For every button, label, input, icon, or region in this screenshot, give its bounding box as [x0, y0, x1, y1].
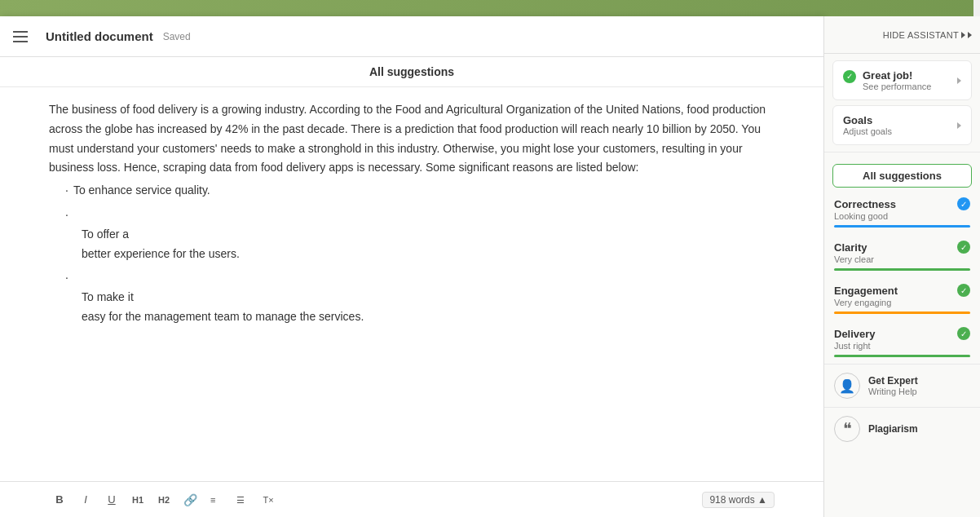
menu-icon[interactable] [13, 25, 36, 48]
suggestion-correctness-top: Correctness [834, 197, 970, 210]
panel-header: HIDE ASSISTANT [824, 16, 980, 54]
engagement-name: Engagement [834, 285, 898, 297]
expert-help-item[interactable]: 👤 Get Expert Writing Help [824, 364, 980, 407]
engagement-status: Very engaging [834, 298, 970, 307]
unordered-list-button[interactable]: ☰ [232, 489, 253, 510]
hide-assistant-label: HIDE ASSISTANT [883, 30, 959, 40]
suggestion-clarity[interactable]: Clarity Very clear [824, 234, 980, 277]
correctness-check-icon [957, 197, 970, 210]
underline-button[interactable]: U [101, 489, 122, 510]
great-job-check-icon [843, 70, 856, 83]
saved-label: Saved [163, 31, 191, 42]
delivery-status: Just right [834, 341, 970, 351]
doc-title[interactable]: Untitled document [46, 29, 153, 43]
delivery-progress [834, 355, 970, 357]
expert-help-icon: 👤 [834, 373, 860, 399]
ordered-list-button[interactable]: ≡ [205, 489, 227, 510]
plagiarism-icon-glyph: ❝ [843, 419, 852, 439]
great-job-card-left: Great job! See performance [843, 69, 931, 91]
engagement-progress [834, 312, 970, 314]
bullet-item-2: · [65, 205, 775, 225]
toolbar: B I U H1 H2 🔗 ≡ ☰ T× 918 words ▲ [0, 481, 823, 517]
editor-container: Untitled document Saved All suggestions … [0, 16, 823, 517]
hide-assistant-button[interactable]: HIDE ASSISTANT [883, 30, 972, 40]
clarity-name: Clarity [834, 241, 867, 254]
suggestion-delivery[interactable]: Delivery Just right [824, 320, 980, 364]
plagiarism-title: Plagiarism [868, 423, 918, 435]
clarity-check-icon [957, 241, 970, 254]
suggestion-clarity-top: Clarity [834, 241, 970, 254]
word-count[interactable]: 918 words ▲ [702, 492, 775, 508]
goals-card[interactable]: Goals Adjust goals [832, 105, 972, 145]
bullet-text-3a: To make it [82, 290, 134, 303]
right-panel: HIDE ASSISTANT Great job! See performanc… [823, 16, 980, 517]
expert-help-text: Get Expert Writing Help [868, 375, 918, 396]
great-job-section: Great job! See performance Goals Adjust … [824, 54, 980, 152]
bullet-text-1: To enhance service quality. [73, 181, 210, 201]
engagement-check-icon [957, 284, 970, 297]
delivery-check-icon [957, 327, 970, 340]
bullet-dot-1: · [65, 181, 68, 201]
goals-card-left: Goals Adjust goals [843, 114, 892, 136]
plagiarism-icon: ❝ [834, 416, 860, 442]
suggestion-delivery-top: Delivery [834, 327, 970, 340]
great-job-card[interactable]: Great job! See performance [832, 60, 972, 100]
bullet-text-3b: easy for the management team to manage t… [82, 310, 364, 323]
bullet-text-2a: To offer a [82, 228, 129, 241]
suggestion-engagement[interactable]: Engagement Very engaging [824, 277, 980, 320]
top-bar: Untitled document Saved [0, 16, 823, 57]
delivery-name: Delivery [834, 328, 876, 340]
great-job-text: Great job! See performance [863, 69, 931, 91]
h1-button[interactable]: H1 [127, 489, 148, 510]
link-button[interactable]: 🔗 [179, 489, 201, 510]
svg-text:☰: ☰ [236, 495, 245, 505]
suggestion-correctness[interactable]: Correctness Looking good [824, 191, 980, 234]
correctness-name: Correctness [834, 198, 896, 210]
plagiarism-item[interactable]: ❝ Plagiarism [824, 407, 980, 450]
goals-text: Goals Adjust goals [843, 114, 892, 136]
correctness-progress [834, 225, 970, 228]
clear-format-button[interactable]: T× [258, 489, 279, 510]
bold-button[interactable]: B [49, 489, 70, 510]
goals-chevron-icon [957, 122, 961, 129]
great-job-chevron-icon [957, 77, 961, 84]
goals-title: Goals [843, 114, 892, 126]
great-job-title: Great job! [863, 69, 931, 82]
chevron-right-icon-2 [968, 32, 972, 38]
bullet-item-3: · [65, 268, 775, 288]
expert-help-subtitle: Writing Help [868, 387, 918, 396]
clarity-status: Very clear [834, 254, 970, 264]
svg-text:≡: ≡ [210, 495, 215, 505]
all-suggestions-section: All suggestions [824, 152, 980, 191]
suggestion-engagement-top: Engagement [834, 284, 970, 297]
editor-text-1: The business of food delivery is a growi… [49, 100, 775, 178]
bullet-item-2-content: To offer a better experience for the use… [82, 225, 775, 264]
expert-icon-glyph: 👤 [839, 378, 855, 394]
chevron-right-icon [961, 32, 965, 38]
bullet-dot-3: · [65, 268, 68, 288]
clarity-progress [834, 268, 970, 271]
all-suggestions-header: All suggestions [0, 57, 823, 87]
bullet-text-2b: better experience for the users. [82, 247, 240, 260]
great-job-subtitle: See performance [863, 82, 931, 91]
all-suggestions-button[interactable]: All suggestions [832, 164, 972, 188]
goals-subtitle: Adjust goals [843, 126, 892, 136]
italic-button[interactable]: I [75, 489, 96, 510]
correctness-status: Looking good [834, 211, 970, 221]
bullet-item-1: · To enhance service quality. [65, 181, 775, 201]
editor-content[interactable]: The business of food delivery is a growi… [0, 87, 823, 481]
bullet-dot-2: · [65, 205, 68, 225]
bullet-item-3-content: To make it easy for the management team … [82, 288, 775, 327]
expert-help-title: Get Expert [868, 375, 918, 387]
h2-button[interactable]: H2 [153, 489, 174, 510]
